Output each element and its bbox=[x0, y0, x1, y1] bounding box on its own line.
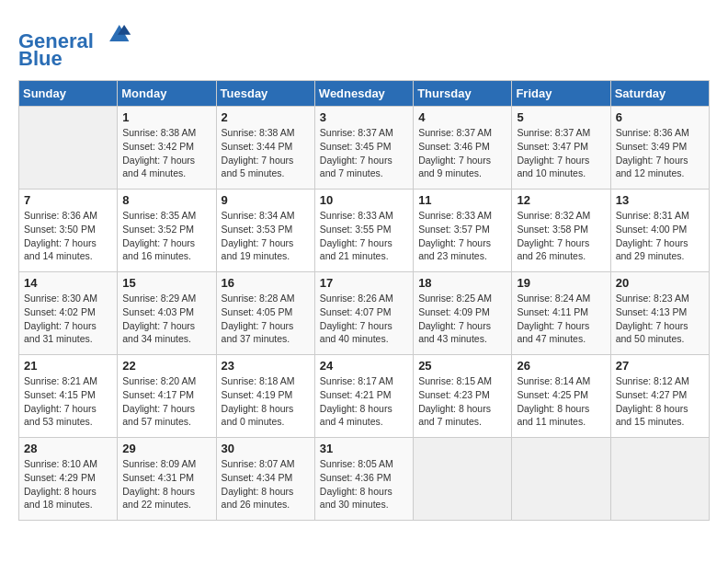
day-number: 26 bbox=[517, 359, 605, 373]
day-number: 20 bbox=[616, 276, 704, 290]
day-cell: 23Sunrise: 8:18 AMSunset: 4:19 PMDayligh… bbox=[216, 355, 314, 438]
day-info: Sunrise: 8:38 AMSunset: 3:44 PMDaylight:… bbox=[222, 126, 310, 180]
week-row-5: 28Sunrise: 8:10 AMSunset: 4:29 PMDayligh… bbox=[19, 438, 710, 521]
day-cell: 27Sunrise: 8:12 AMSunset: 4:27 PMDayligh… bbox=[610, 355, 709, 438]
day-cell: 8Sunrise: 8:35 AMSunset: 3:52 PMDaylight… bbox=[118, 190, 216, 272]
day-cell: 14Sunrise: 8:30 AMSunset: 4:02 PMDayligh… bbox=[19, 272, 118, 355]
day-cell: 3Sunrise: 8:37 AMSunset: 3:45 PMDaylight… bbox=[314, 107, 413, 190]
day-info: Sunrise: 8:07 AMSunset: 4:34 PMDaylight:… bbox=[222, 457, 310, 511]
day-number: 7 bbox=[24, 193, 112, 207]
day-info: Sunrise: 8:36 AMSunset: 3:50 PMDaylight:… bbox=[24, 209, 112, 263]
day-info: Sunrise: 8:25 AMSunset: 4:09 PMDaylight:… bbox=[418, 292, 506, 346]
day-info: Sunrise: 8:05 AMSunset: 4:36 PMDaylight:… bbox=[320, 457, 408, 511]
day-info: Sunrise: 8:18 AMSunset: 4:19 PMDaylight:… bbox=[222, 374, 310, 429]
day-cell: 10Sunrise: 8:33 AMSunset: 3:55 PMDayligh… bbox=[314, 190, 413, 272]
column-header-tuesday: Tuesday bbox=[216, 81, 314, 107]
day-cell: 15Sunrise: 8:29 AMSunset: 4:03 PMDayligh… bbox=[118, 272, 216, 355]
day-cell: 29Sunrise: 8:09 AMSunset: 4:31 PMDayligh… bbox=[118, 438, 216, 521]
day-cell bbox=[19, 107, 118, 190]
day-number: 30 bbox=[222, 442, 310, 455]
day-info: Sunrise: 8:38 AMSunset: 3:42 PMDaylight:… bbox=[122, 126, 210, 180]
day-info: Sunrise: 8:29 AMSunset: 4:03 PMDaylight:… bbox=[122, 292, 210, 346]
day-info: Sunrise: 8:30 AMSunset: 4:02 PMDaylight:… bbox=[24, 292, 112, 346]
day-info: Sunrise: 8:31 AMSunset: 4:00 PMDaylight:… bbox=[616, 209, 704, 263]
day-info: Sunrise: 8:24 AMSunset: 4:11 PMDaylight:… bbox=[517, 292, 605, 346]
day-info: Sunrise: 8:26 AMSunset: 4:07 PMDaylight:… bbox=[320, 292, 408, 346]
logo-icon bbox=[103, 18, 132, 48]
column-header-saturday: Saturday bbox=[610, 81, 709, 107]
day-info: Sunrise: 8:37 AMSunset: 3:46 PMDaylight:… bbox=[418, 126, 506, 180]
day-info: Sunrise: 8:33 AMSunset: 3:55 PMDaylight:… bbox=[320, 209, 408, 263]
day-info: Sunrise: 8:15 AMSunset: 4:23 PMDaylight:… bbox=[418, 374, 506, 429]
day-info: Sunrise: 8:23 AMSunset: 4:13 PMDaylight:… bbox=[616, 292, 704, 346]
day-cell: 7Sunrise: 8:36 AMSunset: 3:50 PMDaylight… bbox=[19, 190, 118, 272]
column-header-friday: Friday bbox=[512, 81, 610, 107]
day-number: 16 bbox=[222, 276, 310, 290]
page-header: General Blue bbox=[18, 18, 710, 71]
day-number: 12 bbox=[517, 193, 605, 207]
calendar-header-row: SundayMondayTuesdayWednesdayThursdayFrid… bbox=[19, 81, 710, 107]
day-number: 4 bbox=[418, 110, 506, 124]
day-cell: 24Sunrise: 8:17 AMSunset: 4:21 PMDayligh… bbox=[314, 355, 413, 438]
day-cell: 18Sunrise: 8:25 AMSunset: 4:09 PMDayligh… bbox=[414, 272, 512, 355]
day-cell: 21Sunrise: 8:21 AMSunset: 4:15 PMDayligh… bbox=[19, 355, 118, 438]
day-cell: 1Sunrise: 8:38 AMSunset: 3:42 PMDaylight… bbox=[118, 107, 216, 190]
day-cell: 30Sunrise: 8:07 AMSunset: 4:34 PMDayligh… bbox=[216, 438, 314, 521]
day-number: 28 bbox=[24, 442, 112, 455]
day-cell: 5Sunrise: 8:37 AMSunset: 3:47 PMDaylight… bbox=[512, 107, 610, 190]
day-number: 21 bbox=[24, 359, 112, 373]
day-cell: 11Sunrise: 8:33 AMSunset: 3:57 PMDayligh… bbox=[414, 190, 512, 272]
column-header-sunday: Sunday bbox=[19, 81, 118, 107]
day-number: 3 bbox=[320, 110, 408, 124]
day-cell: 20Sunrise: 8:23 AMSunset: 4:13 PMDayligh… bbox=[610, 272, 709, 355]
day-number: 17 bbox=[320, 276, 408, 290]
day-number: 15 bbox=[122, 276, 210, 290]
day-cell: 17Sunrise: 8:26 AMSunset: 4:07 PMDayligh… bbox=[314, 272, 413, 355]
day-cell: 31Sunrise: 8:05 AMSunset: 4:36 PMDayligh… bbox=[314, 438, 413, 521]
day-info: Sunrise: 8:10 AMSunset: 4:29 PMDaylight:… bbox=[24, 457, 112, 511]
column-header-wednesday: Wednesday bbox=[314, 81, 413, 107]
day-number: 14 bbox=[24, 276, 112, 290]
week-row-3: 14Sunrise: 8:30 AMSunset: 4:02 PMDayligh… bbox=[19, 272, 710, 355]
day-cell: 16Sunrise: 8:28 AMSunset: 4:05 PMDayligh… bbox=[216, 272, 314, 355]
day-cell: 26Sunrise: 8:14 AMSunset: 4:25 PMDayligh… bbox=[512, 355, 610, 438]
day-cell: 13Sunrise: 8:31 AMSunset: 4:00 PMDayligh… bbox=[610, 190, 709, 272]
day-info: Sunrise: 8:12 AMSunset: 4:27 PMDaylight:… bbox=[616, 374, 704, 429]
day-number: 24 bbox=[320, 359, 408, 373]
day-number: 8 bbox=[122, 193, 210, 207]
day-number: 18 bbox=[418, 276, 506, 290]
day-number: 6 bbox=[616, 110, 704, 124]
logo: General Blue bbox=[18, 18, 132, 71]
day-cell bbox=[512, 438, 610, 521]
day-number: 5 bbox=[517, 110, 605, 124]
day-number: 31 bbox=[320, 442, 408, 455]
week-row-2: 7Sunrise: 8:36 AMSunset: 3:50 PMDaylight… bbox=[19, 190, 710, 272]
day-info: Sunrise: 8:14 AMSunset: 4:25 PMDaylight:… bbox=[517, 374, 605, 429]
day-number: 9 bbox=[222, 193, 310, 207]
day-number: 25 bbox=[418, 359, 506, 373]
day-cell bbox=[414, 438, 512, 521]
day-cell: 25Sunrise: 8:15 AMSunset: 4:23 PMDayligh… bbox=[414, 355, 512, 438]
day-info: Sunrise: 8:37 AMSunset: 3:47 PMDaylight:… bbox=[517, 126, 605, 180]
day-cell: 4Sunrise: 8:37 AMSunset: 3:46 PMDaylight… bbox=[414, 107, 512, 190]
day-number: 23 bbox=[222, 359, 310, 373]
week-row-4: 21Sunrise: 8:21 AMSunset: 4:15 PMDayligh… bbox=[19, 355, 710, 438]
day-number: 22 bbox=[122, 359, 210, 373]
day-number: 1 bbox=[122, 110, 210, 124]
day-cell: 2Sunrise: 8:38 AMSunset: 3:44 PMDaylight… bbox=[216, 107, 314, 190]
day-info: Sunrise: 8:17 AMSunset: 4:21 PMDaylight:… bbox=[320, 374, 408, 429]
day-number: 10 bbox=[320, 193, 408, 207]
day-cell: 22Sunrise: 8:20 AMSunset: 4:17 PMDayligh… bbox=[118, 355, 216, 438]
column-header-thursday: Thursday bbox=[414, 81, 512, 107]
day-number: 19 bbox=[517, 276, 605, 290]
day-cell: 28Sunrise: 8:10 AMSunset: 4:29 PMDayligh… bbox=[19, 438, 118, 521]
calendar-table: SundayMondayTuesdayWednesdayThursdayFrid… bbox=[18, 80, 710, 521]
day-cell: 19Sunrise: 8:24 AMSunset: 4:11 PMDayligh… bbox=[512, 272, 610, 355]
day-number: 29 bbox=[122, 442, 210, 455]
day-cell: 9Sunrise: 8:34 AMSunset: 3:53 PMDaylight… bbox=[216, 190, 314, 272]
day-info: Sunrise: 8:33 AMSunset: 3:57 PMDaylight:… bbox=[418, 209, 506, 263]
day-info: Sunrise: 8:09 AMSunset: 4:31 PMDaylight:… bbox=[122, 457, 210, 511]
day-number: 11 bbox=[418, 193, 506, 207]
column-header-monday: Monday bbox=[118, 81, 216, 107]
day-number: 2 bbox=[222, 110, 310, 124]
